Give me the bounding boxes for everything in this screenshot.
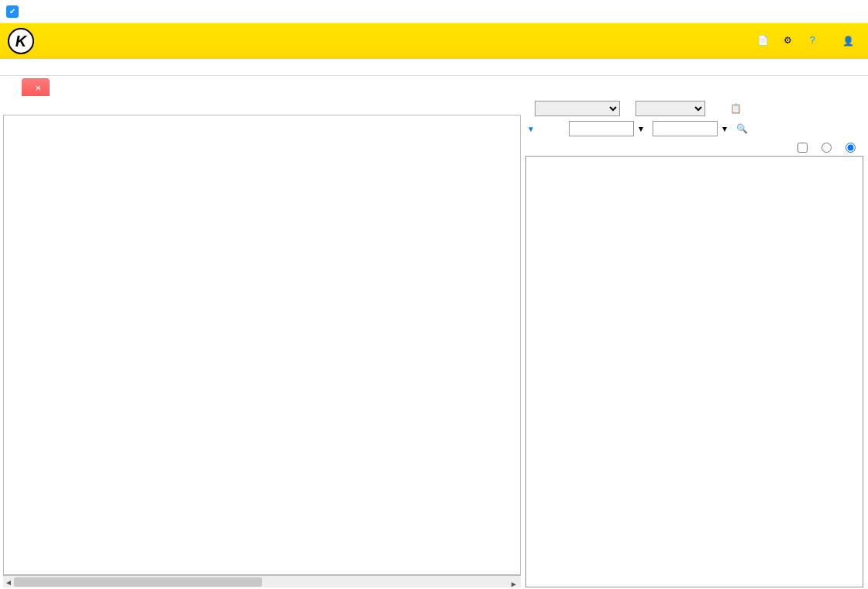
product-name-select[interactable] xyxy=(535,101,620,116)
app-icon: ✔ xyxy=(6,5,19,18)
help-icon: ? xyxy=(810,35,822,47)
bar-chart xyxy=(525,156,863,587)
page-title xyxy=(0,96,524,115)
app-header: K 📄 ⚙ ? 👤 xyxy=(0,23,868,59)
tab-close-icon[interactable]: ✕ xyxy=(35,84,41,92)
window-titlebar: ✔ xyxy=(0,0,868,23)
user-icon: 👤 xyxy=(842,36,854,46)
gear-icon: ⚙ xyxy=(784,35,796,47)
maximize-button[interactable] xyxy=(801,4,825,19)
generate-report-button[interactable]: 📋 xyxy=(730,103,745,114)
chevron-down-icon[interactable]: ▼ xyxy=(527,125,535,133)
calendar-to-icon[interactable]: ▾ xyxy=(722,123,727,134)
horizontal-scrollbar[interactable]: ◄ ► xyxy=(3,575,521,587)
tab-workbench[interactable] xyxy=(5,89,22,96)
calendar-from-icon[interactable]: ▾ xyxy=(639,123,643,134)
legend-checkbox[interactable] xyxy=(797,143,811,153)
announcement-bar xyxy=(0,59,868,76)
bar-radio[interactable] xyxy=(846,143,859,153)
logo-icon: K xyxy=(8,28,34,54)
close-button[interactable] xyxy=(839,4,862,19)
report-icon: 📄 xyxy=(757,35,770,47)
minimize-button[interactable] xyxy=(764,4,787,19)
help-button[interactable]: ? xyxy=(810,35,825,47)
tab-sales-summary[interactable]: ✕ xyxy=(22,78,50,96)
system-settings-button[interactable]: ⚙ xyxy=(784,35,799,47)
search-icon[interactable]: 🔍 xyxy=(736,123,748,134)
scrollbar-thumb[interactable] xyxy=(14,577,262,587)
document-tabs: ✕ xyxy=(0,76,868,96)
report-gen-icon: 📋 xyxy=(730,103,742,114)
filter-panel: 📋 ▼ ▾ ▾ 🔍 xyxy=(525,99,863,141)
date-to-input[interactable] xyxy=(653,121,718,136)
scroll-left-icon[interactable]: ◄ xyxy=(3,576,14,588)
scroll-right-icon[interactable]: ► xyxy=(510,576,521,588)
sales-table[interactable] xyxy=(3,115,521,575)
business-report-button[interactable]: 📄 xyxy=(757,35,773,47)
spec-select[interactable] xyxy=(636,101,705,116)
date-from-input[interactable] xyxy=(569,121,634,136)
chart-controls xyxy=(525,141,863,156)
pie-radio[interactable] xyxy=(822,143,835,153)
